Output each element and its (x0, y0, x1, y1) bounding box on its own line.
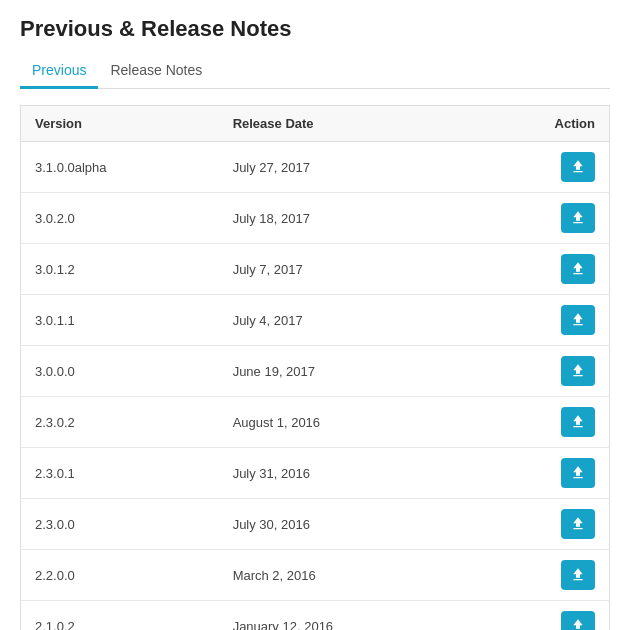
download-button[interactable] (561, 152, 595, 182)
cell-release-date: August 1, 2016 (219, 397, 473, 448)
table-row: 3.0.0.0June 19, 2017 (21, 346, 610, 397)
cell-release-date: July 18, 2017 (219, 193, 473, 244)
cell-action (473, 397, 610, 448)
tab-previous[interactable]: Previous (20, 54, 98, 89)
cell-action (473, 244, 610, 295)
cell-action (473, 346, 610, 397)
table-row: 3.0.2.0July 18, 2017 (21, 193, 610, 244)
cell-action (473, 448, 610, 499)
download-button[interactable] (561, 305, 595, 335)
cell-release-date: July 4, 2017 (219, 295, 473, 346)
download-button[interactable] (561, 254, 595, 284)
table-row: 2.2.0.0March 2, 2016 (21, 550, 610, 601)
cell-version: 2.1.0.2 (21, 601, 219, 631)
cell-action (473, 295, 610, 346)
table-row: 2.3.0.0July 30, 2016 (21, 499, 610, 550)
cell-version: 2.3.0.0 (21, 499, 219, 550)
download-button[interactable] (561, 407, 595, 437)
download-button[interactable] (561, 611, 595, 630)
col-version: Version (21, 106, 219, 142)
download-button[interactable] (561, 560, 595, 590)
page-title: Previous & Release Notes (20, 16, 610, 42)
cell-version: 2.3.0.1 (21, 448, 219, 499)
table-row: 2.3.0.1July 31, 2016 (21, 448, 610, 499)
versions-table: Version Release Date Action 3.1.0.0alpha… (20, 105, 610, 630)
download-button[interactable] (561, 203, 595, 233)
table-row: 3.1.0.0alphaJuly 27, 2017 (21, 142, 610, 193)
tabs-bar: Previous Release Notes (20, 54, 610, 89)
download-button[interactable] (561, 509, 595, 539)
table-row: 3.0.1.2July 7, 2017 (21, 244, 610, 295)
cell-version: 2.3.0.2 (21, 397, 219, 448)
cell-release-date: January 12, 2016 (219, 601, 473, 631)
cell-action (473, 193, 610, 244)
table-row: 2.1.0.2January 12, 2016 (21, 601, 610, 631)
cell-version: 3.0.1.2 (21, 244, 219, 295)
cell-version: 3.1.0.0alpha (21, 142, 219, 193)
cell-release-date: July 7, 2017 (219, 244, 473, 295)
cell-release-date: July 27, 2017 (219, 142, 473, 193)
cell-version: 3.0.0.0 (21, 346, 219, 397)
cell-release-date: July 31, 2016 (219, 448, 473, 499)
cell-version: 3.0.1.1 (21, 295, 219, 346)
table-row: 2.3.0.2August 1, 2016 (21, 397, 610, 448)
tab-release-notes[interactable]: Release Notes (98, 54, 214, 89)
table-row: 3.0.1.1July 4, 2017 (21, 295, 610, 346)
table-header-row: Version Release Date Action (21, 106, 610, 142)
cell-release-date: July 30, 2016 (219, 499, 473, 550)
cell-version: 3.0.2.0 (21, 193, 219, 244)
cell-version: 2.2.0.0 (21, 550, 219, 601)
cell-release-date: June 19, 2017 (219, 346, 473, 397)
cell-action (473, 142, 610, 193)
cell-action (473, 499, 610, 550)
cell-action (473, 550, 610, 601)
download-button[interactable] (561, 458, 595, 488)
col-release-date: Release Date (219, 106, 473, 142)
cell-action (473, 601, 610, 631)
download-button[interactable] (561, 356, 595, 386)
cell-release-date: March 2, 2016 (219, 550, 473, 601)
col-action: Action (473, 106, 610, 142)
